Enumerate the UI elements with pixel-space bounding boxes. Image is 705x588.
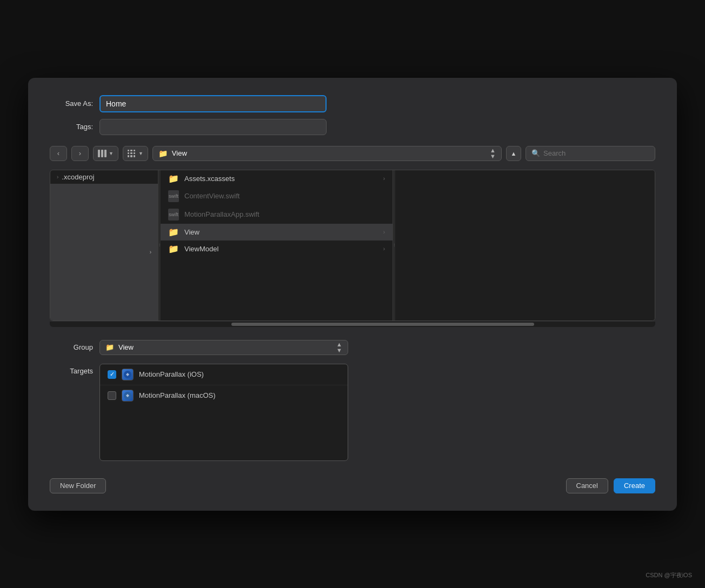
save-as-label: Save As:: [50, 99, 93, 108]
browser-middle-panel: 📁 Assets.xcassets › swift ContentView.sw…: [161, 170, 393, 320]
target-ios-name: MotionParallax (iOS): [139, 370, 204, 378]
bottom-section: Group 📁 View ▲ ▼ Targets: [50, 340, 655, 461]
create-button[interactable]: Create: [614, 478, 655, 493]
save-dialog: Save As: Tags: ‹ ›: [28, 78, 677, 511]
dialog-footer: New Folder Cancel Create: [50, 478, 655, 493]
file-name: Assets.xcassets: [184, 175, 235, 183]
chevron-right-icon: ›: [383, 246, 385, 252]
target-ios-icon: [122, 369, 134, 380]
watermark: CSDN @宇夜iOS: [646, 571, 692, 579]
group-row: Group 📁 View ▲ ▼: [50, 340, 655, 355]
chevron-right-icon: ›: [383, 229, 385, 235]
folder-icon: 📁: [168, 244, 179, 254]
file-name: ContentView.swift: [184, 192, 240, 200]
search-icon: 🔍: [531, 149, 540, 157]
collapse-icon: ▲: [511, 150, 517, 157]
browser-right-panel: [395, 170, 655, 320]
file-item-view[interactable]: 📁 View ›: [161, 224, 393, 240]
group-value: View: [118, 343, 134, 351]
folder-icon: 📁: [168, 227, 179, 237]
targets-row: Targets MotionParallax (iOS): [50, 364, 655, 461]
target-macos-checkbox[interactable]: [108, 391, 116, 400]
search-bar[interactable]: 🔍: [526, 146, 655, 161]
back-button[interactable]: ‹: [50, 146, 67, 161]
browser-left-panel: › .xcodeproj ›: [50, 170, 158, 320]
forward-button[interactable]: ›: [71, 146, 89, 161]
targets-box: MotionParallax (iOS) MotionParallax (mac…: [99, 364, 348, 461]
swift-icon: swift: [168, 209, 179, 220]
chevron-left-icon: ‹: [57, 149, 59, 157]
targets-label: Targets: [50, 364, 93, 375]
location-folder-icon: 📁: [158, 149, 168, 158]
grid-chevron-icon: ▼: [138, 151, 143, 156]
tags-label: Tags:: [50, 123, 93, 131]
file-item-viewmodel[interactable]: 📁 ViewModel ›: [161, 240, 393, 257]
tags-input[interactable]: [99, 119, 327, 135]
target-item-ios[interactable]: MotionParallax (iOS): [100, 364, 348, 385]
cancel-button[interactable]: Cancel: [566, 478, 608, 493]
folder-icon: 📁: [168, 173, 179, 184]
toolbar: ‹ › ▼: [50, 146, 655, 161]
group-folder-icon: 📁: [105, 343, 114, 351]
tags-row: Tags:: [50, 119, 655, 135]
chevron-right-icon: ›: [79, 149, 81, 157]
chevron-right-icon: ›: [150, 249, 151, 255]
columns-icon: [98, 150, 107, 157]
file-name: ViewModel: [184, 245, 218, 253]
group-label: Group: [50, 343, 93, 351]
new-folder-button[interactable]: New Folder: [50, 478, 106, 493]
location-chevrons-icon: ▲ ▼: [490, 148, 496, 159]
horizontal-scrollbar[interactable]: [50, 322, 655, 327]
save-as-input[interactable]: [99, 95, 327, 112]
footer-right: Cancel Create: [566, 478, 656, 493]
browser-left-selected-bar[interactable]: ›: [50, 184, 158, 320]
target-item-macos[interactable]: MotionParallax (macOS): [100, 385, 348, 406]
group-select[interactable]: 📁 View ▲ ▼: [99, 340, 348, 355]
grid-icon: [128, 150, 135, 157]
scrollbar-thumb[interactable]: [231, 323, 534, 326]
target-ios-checkbox[interactable]: [108, 370, 116, 379]
file-item-contentview[interactable]: swift ContentView.swift: [161, 187, 393, 205]
file-browser: › .xcodeproj › ⁞ 📁 Assets.xcassets › swi…: [50, 170, 655, 321]
target-macos-name: MotionParallax (macOS): [139, 391, 216, 399]
file-item-motionparallaxapp[interactable]: swift MotionParallaxApp.swift: [161, 205, 393, 224]
chevron-right-icon: ›: [383, 176, 385, 182]
file-item-assets[interactable]: 📁 Assets.xcassets ›: [161, 170, 393, 187]
browser-left-item-xcodeproj[interactable]: › .xcodeproj: [50, 170, 158, 184]
columns-chevron-icon: ▼: [109, 151, 114, 156]
location-label: View: [172, 149, 187, 157]
save-as-row: Save As:: [50, 95, 655, 112]
location-bar[interactable]: 📁 View ▲ ▼: [152, 146, 502, 161]
collapse-button[interactable]: ▲: [506, 146, 521, 161]
file-name: MotionParallaxApp.swift: [184, 210, 260, 218]
swift-icon: swift: [168, 190, 179, 202]
search-input[interactable]: [543, 149, 649, 157]
grid-view-button[interactable]: ▼: [123, 146, 148, 161]
columns-view-button[interactable]: ▼: [93, 146, 118, 161]
target-macos-icon: [122, 390, 134, 402]
xcodeproj-label: .xcodeproj: [62, 173, 94, 181]
file-name: View: [184, 228, 199, 236]
group-chevrons-icon: ▲ ▼: [336, 342, 342, 353]
chevron-right-icon: ›: [57, 174, 58, 180]
